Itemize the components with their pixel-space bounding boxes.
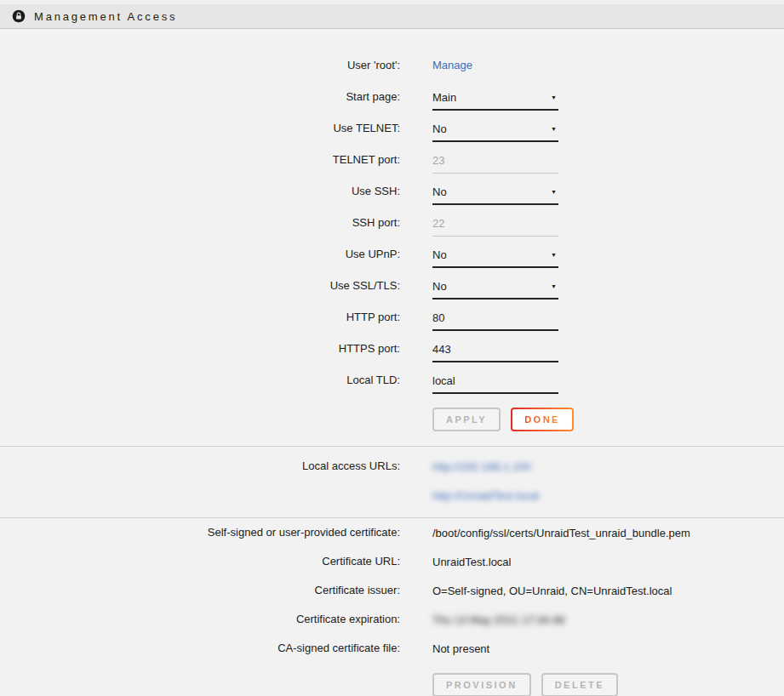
row-label: Use TELNET: [0, 112, 400, 144]
row-use-upnp: Use UPnP: No ▼ [0, 238, 784, 270]
row-ca-cert-file: CA-signed certificate file: Not present [0, 634, 784, 663]
row-label: Local access URLs: [0, 452, 400, 481]
provision-button[interactable]: PROVISION [432, 673, 531, 696]
row-label: HTTPS port: [0, 333, 400, 364]
row-label: Self-signed or user-provided certificate… [0, 518, 400, 547]
row-label: Start page: [0, 81, 400, 112]
page-header: Management Access [0, 4, 784, 29]
delete-button[interactable]: DELETE [541, 673, 618, 696]
use-upnp-select[interactable]: No ▼ [432, 242, 558, 268]
row-label: Use SSH: [0, 175, 400, 207]
select-value: No [432, 185, 447, 198]
cert-issuer-value: O=Self-signed, OU=Unraid, CN=UnraidTest.… [432, 585, 672, 597]
local-access-section: Local access URLs: http://192.168.1.100 … [0, 447, 784, 517]
certificate-buttons: PROVISION DELETE [432, 673, 784, 696]
row-label: User 'root': [0, 49, 400, 81]
row-label: Certificate expiration: [0, 605, 400, 634]
form-buttons: APPLY DONE [432, 408, 784, 431]
row-label: CA-signed certificate file: [0, 634, 400, 663]
row-use-ssh: Use SSH: No ▼ [0, 175, 784, 207]
row-label: Use SSL/TLS: [0, 270, 400, 301]
row-cert-url: Certificate URL: UnraidTest.local [0, 547, 784, 576]
local-tld-input[interactable] [432, 368, 558, 394]
select-value: Main [432, 91, 456, 104]
row-label: Use UPnP: [0, 238, 400, 270]
ssh-port-input [432, 211, 558, 237]
row-local-access-urls: Local access URLs: http://192.168.1.100 [0, 452, 784, 481]
local-access-url-1[interactable]: http://192.168.1.100 [432, 460, 531, 473]
select-value: No [432, 123, 447, 135]
row-label: Certificate URL: [0, 547, 400, 576]
row-label: TELNET port: [0, 144, 400, 175]
row-cert-issuer: Certificate issuer: O=Self-signed, OU=Un… [0, 576, 784, 605]
row-telnet-port: TELNET port: [0, 144, 784, 175]
management-access-form: User 'root': Manage Start page: Main ▼ U… [0, 29, 784, 446]
telnet-port-input [432, 148, 558, 174]
chevron-down-icon: ▼ [551, 189, 558, 195]
use-ssl-select[interactable]: No ▼ [432, 274, 558, 300]
chevron-down-icon: ▼ [551, 94, 558, 100]
chevron-down-icon: ▼ [551, 126, 558, 132]
start-page-select[interactable]: Main ▼ [432, 85, 558, 111]
manage-root-link[interactable]: Manage [432, 59, 472, 71]
cert-expiration-value: Thu 13 May 2021 17:34:48 [432, 613, 564, 626]
use-telnet-select[interactable]: No ▼ [432, 117, 558, 142]
row-local-access-url-2: http://UnraidTest.local [0, 481, 784, 510]
row-label: HTTP port: [0, 301, 400, 333]
row-cert-expiration: Certificate expiration: Thu 13 May 2021 … [0, 605, 784, 634]
select-value: No [432, 280, 447, 293]
row-label: Local TLD: [0, 364, 400, 396]
done-button-label: DONE [524, 414, 560, 425]
chevron-down-icon: ▼ [551, 252, 558, 258]
select-value: No [432, 248, 447, 261]
row-ssh-port: SSH port: [0, 207, 784, 238]
row-label: SSH port: [0, 207, 400, 238]
row-use-ssl: Use SSL/TLS: No ▼ [0, 270, 784, 301]
http-port-input[interactable] [432, 305, 558, 331]
row-http-port: HTTP port: [0, 301, 784, 333]
row-use-telnet: Use TELNET: No ▼ [0, 112, 784, 144]
page-title: Management Access [34, 10, 177, 23]
row-user-root: User 'root': Manage [0, 49, 784, 81]
use-ssh-select[interactable]: No ▼ [432, 180, 558, 205]
done-button[interactable]: DONE [511, 408, 574, 431]
row-local-tld: Local TLD: [0, 364, 784, 396]
cert-path-value: /boot/config/ssl/certs/UnraidTest_unraid… [432, 527, 690, 539]
certificate-section: Self-signed or user-provided certificate… [0, 518, 784, 696]
row-label: Certificate issuer: [0, 576, 400, 605]
row-selfsigned-cert: Self-signed or user-provided certificate… [0, 518, 784, 547]
chevron-down-icon: ▼ [551, 283, 558, 289]
row-start-page: Start page: Main ▼ [0, 81, 784, 112]
row-https-port: HTTPS port: [0, 333, 784, 364]
apply-button[interactable]: APPLY [432, 408, 501, 431]
cert-url-value: UnraidTest.local [432, 556, 512, 568]
ca-cert-file-value: Not present [432, 642, 489, 655]
lock-circle-icon [12, 9, 26, 23]
local-access-url-2[interactable]: http://UnraidTest.local [432, 489, 539, 502]
https-port-input[interactable] [432, 337, 558, 362]
